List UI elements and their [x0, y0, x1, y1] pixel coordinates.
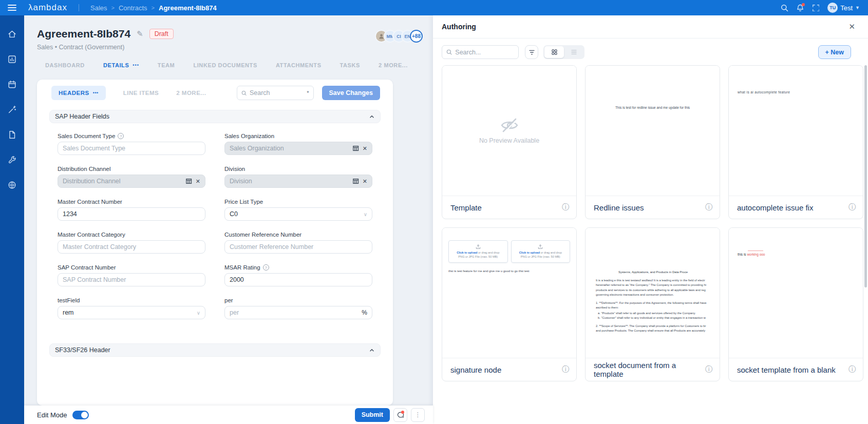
eye-off-icon [500, 118, 519, 133]
hamburger-menu-icon[interactable] [0, 4, 24, 11]
chevron-down-icon[interactable]: ∨ [364, 211, 367, 217]
clear-field-icon[interactable]: ✕ [196, 178, 200, 185]
status-badge: Draft [149, 29, 174, 39]
more-actions-button[interactable]: ⋮ [411, 408, 425, 422]
table-lookup-icon[interactable] [353, 145, 358, 151]
edit-mode-label: Edit Mode [37, 411, 67, 419]
tab-more-dots[interactable]: ••• [133, 63, 139, 68]
info-icon[interactable]: ⓘ [562, 203, 569, 212]
user-name: Test [840, 4, 853, 12]
user-menu[interactable]: TU Test ▼ [827, 3, 860, 13]
field-price-list-type: Price List Type ∨ [224, 199, 372, 221]
subtab-headers[interactable]: HEADERS••• [51, 86, 106, 100]
list-view-button[interactable] [564, 46, 583, 58]
notifications-bell-icon[interactable] [797, 4, 804, 12]
sidebar-item-tools[interactable] [5, 102, 20, 117]
table-lookup-icon[interactable] [353, 178, 358, 184]
upload-icon [476, 244, 481, 249]
clear-field-icon[interactable]: ✕ [363, 178, 367, 185]
document-card-signature-node[interactable]: Click to upload or drag and drop PNG or … [442, 227, 577, 381]
tab-attachments[interactable]: ATTACHMENTS [276, 62, 322, 72]
preview-paragraph: It is a leading e this is test testascf … [596, 278, 710, 297]
breadcrumb: Sales > Contracts > Agreement-8Ib874 [90, 4, 217, 12]
tab-tasks[interactable]: TASKS [340, 62, 360, 72]
submit-button[interactable]: Submit [355, 408, 390, 422]
price-list-type-select[interactable] [230, 210, 360, 218]
clear-field-icon[interactable]: ✕ [363, 145, 367, 152]
document-card-socket-document[interactable]: Systems, Applications, and Products in D… [585, 227, 720, 381]
sidebar-item-calendar[interactable] [5, 76, 20, 92]
document-title: autocomplete issue fix [737, 203, 813, 212]
comments-button[interactable] [393, 408, 407, 422]
customer-reference-number-input[interactable] [230, 243, 367, 250]
document-card-template[interactable]: No Preview Available Template ⓘ [442, 65, 577, 219]
grid-view-button[interactable] [544, 46, 564, 58]
close-icon[interactable]: ✕ [848, 22, 855, 31]
table-lookup-icon[interactable] [186, 178, 192, 184]
subtab-line-items[interactable]: LINE ITEMS [123, 90, 159, 96]
testfield-select[interactable] [63, 309, 193, 316]
breadcrumb-sales[interactable]: Sales [90, 4, 107, 12]
document-preview: Click to upload or drag and drop PNG or … [442, 228, 576, 358]
document-preview: This is test for redline issue and me up… [586, 66, 720, 196]
subtab-overflow[interactable]: 2 MORE... [176, 90, 206, 96]
avatar-overflow-count[interactable]: +88 [410, 30, 423, 43]
panel-scrollbar-thumb[interactable] [864, 65, 867, 287]
edit-mode-toggle[interactable] [72, 411, 89, 419]
help-icon[interactable]: ? [263, 264, 269, 271]
authoring-search[interactable] [442, 45, 519, 59]
section-sap-header-fields[interactable]: SAP Header Fields [49, 110, 381, 123]
chevron-down-icon: ▼ [855, 5, 860, 10]
sap-contract-number-input[interactable] [63, 276, 200, 283]
grid-view-icon [552, 49, 557, 55]
document-card-redline-issues[interactable]: This is test for redline issue and me up… [585, 65, 720, 219]
breadcrumb-current: Agreement-8Ib874 [159, 4, 217, 12]
fullscreen-icon[interactable] [812, 4, 819, 11]
sidebar-item-wrench[interactable] [5, 152, 20, 167]
document-card-autocomplete-issue-fix[interactable]: what is ai autocomplete feature autocomp… [728, 65, 863, 219]
section-sf33-sf26-header[interactable]: SF33/SF26 Header [49, 343, 381, 357]
help-icon[interactable]: ? [118, 133, 124, 139]
sidebar-item-analytics[interactable] [5, 51, 20, 67]
info-icon[interactable]: ⓘ [705, 365, 712, 374]
chevron-up-icon[interactable] [369, 113, 375, 120]
new-document-button[interactable]: + New [818, 45, 851, 59]
tab-dashboard[interactable]: DASHBOARD [45, 62, 85, 72]
sidebar-item-home[interactable] [5, 26, 20, 42]
tab-overflow[interactable]: 2 MORE... [379, 62, 408, 72]
info-icon[interactable]: ⓘ [562, 365, 569, 374]
master-contract-category-input[interactable] [63, 243, 200, 250]
section-title: SF33/SF26 Header [55, 346, 110, 354]
tab-linked-documents[interactable]: LINKED DOCUMENTS [193, 62, 257, 72]
kebab-menu-icon: ⋮ [415, 411, 421, 418]
breadcrumb-contracts[interactable]: Contracts [119, 4, 147, 12]
save-changes-button[interactable]: Save Changes [322, 86, 380, 100]
form-search-input[interactable] [250, 89, 304, 97]
authoring-search-input[interactable] [455, 49, 514, 56]
sidebar-item-document[interactable] [5, 127, 20, 142]
info-icon[interactable]: ⓘ [705, 203, 712, 212]
per-input[interactable] [230, 309, 358, 316]
master-contract-number-input[interactable] [63, 210, 200, 218]
sales-document-type-input[interactable] [63, 145, 200, 152]
upload-dropzone-preview: Click to upload or drag and drop PNG or … [511, 240, 571, 263]
info-icon[interactable]: ⓘ [848, 365, 856, 374]
tab-details[interactable]: DETAILS••• [103, 62, 139, 72]
preview-text: thsi is test feature for me and give me … [448, 269, 570, 273]
chevron-down-icon[interactable]: ∨ [197, 310, 200, 316]
avatar-group: MM CI EN +88 [375, 30, 423, 43]
filter-button[interactable] [525, 45, 538, 59]
filter-icon [529, 50, 535, 55]
edit-title-pencil-icon[interactable]: ✎ [137, 29, 143, 38]
msar-rating-input[interactable] [230, 276, 367, 283]
info-icon[interactable]: ⓘ [848, 203, 856, 212]
document-card-socket-template[interactable]: this is working ooo socket template from… [728, 227, 863, 381]
preview-paragraph: 2. **Scope of Services**: The Company sh… [596, 324, 710, 334]
form-search[interactable]: * [237, 86, 314, 100]
search-icon [446, 49, 452, 55]
tab-team[interactable]: TEAM [158, 62, 175, 72]
top-navbar: λambdax Sales > Contracts > Agreement-8I… [0, 0, 868, 15]
sidebar-item-globe[interactable] [5, 177, 20, 192]
search-icon[interactable] [781, 4, 788, 12]
chevron-up-icon[interactable] [369, 347, 375, 353]
